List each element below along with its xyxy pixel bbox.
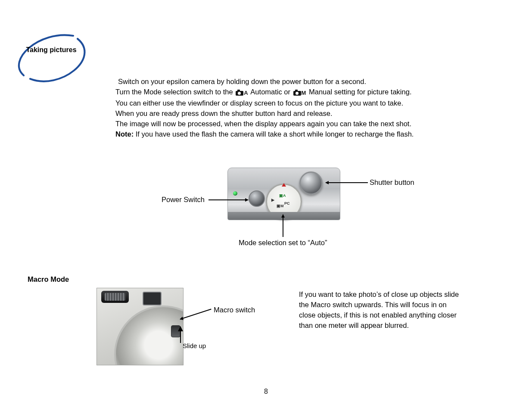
leader-line — [208, 199, 248, 200]
callout-power: Power Switch — [162, 196, 205, 204]
callout-shutter: Shutter button — [370, 178, 414, 187]
camera-top-body: ▣A PC ▣M ▶ — [227, 168, 340, 220]
instruction-line: The image will now be processed, when th… — [115, 119, 451, 129]
flash-icon — [101, 291, 129, 303]
manual-page: Taking pictures Switch on your epsilon c… — [0, 0, 532, 411]
slide-up-arrow-icon — [180, 327, 181, 343]
callout-slide: Slide up — [183, 342, 206, 349]
section-header: Taking pictures — [13, 28, 90, 85]
power-button-graphic — [249, 190, 265, 207]
page-number: 8 — [0, 388, 532, 395]
shutter-button-graphic — [299, 171, 323, 195]
leader-line — [283, 215, 283, 237]
instruction-line: Switch on your epsilon camera by holding… — [115, 77, 451, 87]
instruction-line: You can either use the viewfinder or dis… — [115, 98, 451, 109]
camera-manual-icon: M — [293, 88, 306, 98]
leader-line — [326, 182, 368, 183]
instruction-line: Turn the Mode selection switch to the A … — [115, 87, 451, 98]
macro-paragraph: If you want to take photo’s of close up … — [299, 290, 463, 331]
callout-mode: Mode selection set to “Auto” — [239, 239, 327, 247]
camera-front-figure — [96, 288, 184, 365]
viewfinder-icon — [143, 292, 162, 305]
note-line: Note: If you have used the flash the cam… — [115, 129, 451, 140]
orbit-icon — [13, 28, 90, 85]
instruction-text: Switch on your epsilon camera by holding… — [115, 77, 451, 140]
camera-top-figure: ▣A PC ▣M ▶ — [227, 168, 339, 219]
macro-title: Macro Mode — [28, 275, 69, 283]
camera-auto-icon: A — [236, 88, 248, 98]
leader-line — [180, 309, 212, 320]
callout-macro: Macro switch — [214, 306, 255, 314]
section-title: Taking pictures — [13, 46, 90, 54]
status-led-icon — [233, 191, 237, 196]
instruction-line: When you are ready press down the shutte… — [115, 109, 451, 119]
note-label: Note: — [115, 130, 134, 138]
